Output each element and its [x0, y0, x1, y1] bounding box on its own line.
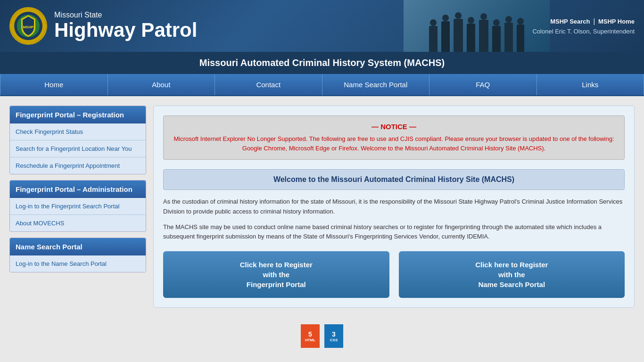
css3-label: CSS [330, 338, 338, 342]
nav-about[interactable]: About [108, 74, 215, 95]
register-name-search-button[interactable]: Click here to Registerwith theName Searc… [399, 251, 625, 298]
nav-contact[interactable]: Contact [215, 74, 322, 95]
title-bar-text: Missouri Automated Criminal History Syst… [199, 58, 445, 68]
sidebar-group-fp-admin: Fingerprint Portal – Administration Log-… [9, 180, 146, 232]
footer-icons: 5 HTML 3 CSS [0, 317, 644, 355]
css3-badge: 3 CSS [324, 324, 343, 348]
notice-box: — NOTICE — Microsoft Internet Explorer N… [163, 115, 625, 160]
sidebar-link-search-fp-location[interactable]: Search for a Fingerprint Location Near Y… [10, 140, 146, 157]
register-buttons: Click here to Registerwith theFingerprin… [163, 251, 625, 298]
welcome-title: Welcome to the Missouri Automated Crimin… [173, 175, 615, 184]
nav-home[interactable]: Home [0, 74, 108, 95]
notice-text: Microsoft Internet Explorer No Longer Su… [173, 134, 615, 153]
header-image [404, 0, 550, 52]
header-title: Highway Patrol [54, 19, 197, 41]
sidebar-link-login-nsp[interactable]: Log-in to the Name Search Portal [10, 255, 146, 272]
svg-text:MSHP: MSHP [23, 25, 34, 29]
sidebar-header-name-search: Name Search Portal [10, 238, 146, 255]
register-fingerprint-button[interactable]: Click here to Registerwith theFingerprin… [163, 251, 389, 298]
link-separator: | [593, 17, 595, 25]
content-paragraph-2: The MACHS site may be used to conduct on… [163, 222, 625, 242]
sidebar-link-check-fp-status[interactable]: Check Fingerprint Status [10, 123, 146, 140]
mshp-logo: MSHP [9, 7, 47, 45]
css3-number: 3 [332, 330, 336, 338]
content-paragraph-1: As the custodian of criminal history inf… [163, 197, 625, 217]
nav-links[interactable]: Links [537, 74, 644, 95]
html5-label: HTML [305, 338, 315, 342]
sidebar-header-fp-admin: Fingerprint Portal – Administration [10, 181, 146, 198]
nav-name-search[interactable]: Name Search Portal [322, 74, 430, 95]
sidebar-group-fp-registration: Fingerprint Portal – Registration Check … [9, 106, 146, 174]
content-area: — NOTICE — Microsoft Internet Explorer N… [153, 106, 635, 308]
html5-badge: 5 HTML [301, 324, 320, 348]
sidebar-link-reschedule-fp[interactable]: Reschedule a Fingerprint Appointment [10, 157, 146, 174]
html5-number: 5 [308, 330, 312, 338]
sidebar-link-about-movechs[interactable]: About MOVECHS [10, 215, 146, 231]
main-nav: Home About Contact Name Search Portal FA… [0, 74, 644, 96]
main-content: Fingerprint Portal – Registration Check … [0, 96, 644, 317]
nav-faq[interactable]: FAQ [429, 74, 537, 95]
sidebar: Fingerprint Portal – Registration Check … [9, 106, 146, 308]
sidebar-link-login-fp[interactable]: Log-in to the Fingerprint Search Portal [10, 198, 146, 215]
register-fingerprint-label: Click here to Registerwith theFingerprin… [240, 261, 313, 288]
welcome-box: Welcome to the Missouri Automated Crimin… [163, 169, 625, 190]
page-header: MSHP Missouri State Highway Patrol MSHP … [0, 0, 644, 52]
superintendent-label: Colonel Eric T. Olson, Superintendent [532, 28, 635, 35]
sidebar-group-name-search: Name Search Portal Log-in to the Name Se… [9, 238, 146, 272]
header-branding: MSHP Missouri State Highway Patrol [9, 7, 197, 45]
header-image-overlay [404, 0, 550, 52]
top-links[interactable]: MSHP Search | MSHP Home [532, 17, 635, 25]
notice-title: — NOTICE — [173, 123, 615, 131]
mshp-search-link[interactable]: MSHP Search [550, 18, 590, 25]
logo-inner: MSHP [11, 8, 46, 43]
title-bar: Missouri Automated Criminal History Syst… [0, 52, 644, 74]
mshp-home-link[interactable]: MSHP Home [598, 18, 635, 25]
register-name-search-label: Click here to Registerwith theName Searc… [475, 261, 548, 288]
header-title-block: Missouri State Highway Patrol [54, 11, 197, 41]
sidebar-header-fp-registration: Fingerprint Portal – Registration [10, 106, 146, 123]
header-subtitle: Missouri State [54, 11, 197, 19]
header-right: MSHP Search | MSHP Home Colonel Eric T. … [532, 17, 635, 35]
